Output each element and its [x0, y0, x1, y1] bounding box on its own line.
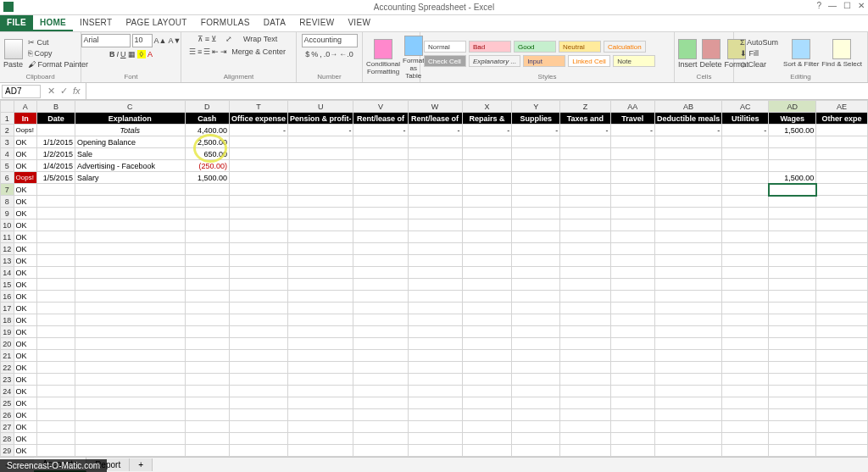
align-left-icon[interactable]: ☰ — [189, 47, 196, 56]
help-icon[interactable]: ? — [816, 1, 821, 10]
row-header-29[interactable]: 29 — [1, 445, 14, 457]
row-header-18[interactable]: 18 — [1, 314, 14, 326]
indent-dec-icon[interactable]: ⇤ — [212, 47, 219, 56]
border-button[interactable]: ▦ — [128, 50, 136, 58]
style-good[interactable]: Good — [514, 41, 556, 53]
insert-cells-button[interactable]: Insert — [678, 39, 698, 69]
conditional-formatting-button[interactable]: Conditional Formatting — [366, 39, 400, 75]
sort-filter-button[interactable]: Sort & Filter — [783, 39, 819, 68]
row-header-19[interactable]: 19 — [1, 326, 14, 338]
wrap-text-button[interactable]: Wrap Text — [241, 34, 280, 44]
col-header-V[interactable]: V — [353, 101, 408, 113]
find-select-button[interactable]: Find & Select — [821, 39, 862, 68]
row-header-4[interactable]: 4 — [1, 148, 14, 160]
underline-button[interactable]: U — [120, 50, 126, 58]
row-header-11[interactable]: 11 — [1, 231, 14, 243]
col-header-A[interactable]: A — [14, 101, 36, 113]
col-header-Z[interactable]: Z — [560, 101, 610, 113]
increase-font-icon[interactable]: A▲ — [154, 36, 167, 45]
tab-page-layout[interactable]: PAGE LAYOUT — [119, 15, 193, 31]
col-header-AA[interactable]: AA — [610, 101, 655, 113]
row-header-21[interactable]: 21 — [1, 350, 14, 362]
col-header-B[interactable]: B — [36, 101, 75, 113]
style-normal[interactable]: Normal — [424, 41, 466, 53]
grid[interactable]: ABCDTUVWXYZAAABACADAE1 InDateExplanation… — [0, 100, 868, 457]
row-header-10[interactable]: 10 — [1, 219, 14, 231]
tab-review[interactable]: REVIEW — [292, 15, 341, 31]
row-header-28[interactable]: 28 — [1, 433, 14, 445]
row-header-22[interactable]: 22 — [1, 362, 14, 374]
style-linked-cell[interactable]: Linked Cell — [568, 55, 610, 67]
col-header-AD[interactable]: AD — [769, 101, 816, 113]
font-color-button[interactable]: A — [147, 50, 153, 58]
fill-button[interactable]: ⬇ Fill — [737, 48, 781, 58]
paste-button[interactable]: Paste — [3, 39, 23, 69]
row-header-15[interactable]: 15 — [1, 279, 14, 291]
align-center-icon[interactable]: ≡ — [198, 47, 202, 56]
col-header-D[interactable]: D — [185, 101, 229, 113]
row-header-23[interactable]: 23 — [1, 374, 14, 386]
cancel-formula-icon[interactable]: ✕ — [47, 86, 55, 97]
formula-bar[interactable] — [86, 83, 868, 99]
decrease-decimal-icon[interactable]: ←.0 — [339, 50, 353, 58]
style-calculation[interactable]: Calculation — [604, 41, 646, 53]
row-header-8[interactable]: 8 — [1, 196, 14, 208]
col-header-C[interactable]: C — [75, 101, 185, 113]
row-header-20[interactable]: 20 — [1, 338, 14, 350]
italic-button[interactable]: I — [117, 50, 120, 58]
style-bad[interactable]: Bad — [469, 41, 511, 53]
align-middle-icon[interactable]: ≡ — [205, 35, 209, 43]
style-explanatory[interactable]: Explanatory ... — [469, 55, 520, 67]
close-button[interactable]: ✕ — [858, 1, 865, 10]
tab-view[interactable]: VIEW — [341, 15, 377, 31]
row-header-14[interactable]: 14 — [1, 267, 14, 279]
currency-icon[interactable]: $ — [305, 50, 309, 58]
sheet-tab-add[interactable]: + — [130, 458, 153, 471]
maximize-button[interactable]: ☐ — [843, 1, 851, 10]
col-header-X[interactable]: X — [462, 101, 512, 113]
table-row[interactable]: 3 OK1/1/2015Opening Balance2,500.00 — [1, 136, 868, 148]
align-right-icon[interactable]: ☰ — [203, 47, 210, 56]
active-cell[interactable] — [769, 184, 816, 196]
spreadsheet-area[interactable]: ABCDTUVWXYZAAABACADAE1 InDateExplanation… — [0, 100, 868, 457]
row-header-17[interactable]: 17 — [1, 303, 14, 314]
clear-button[interactable]: ◇ Clear — [737, 59, 781, 69]
col-header-Y[interactable]: Y — [512, 101, 560, 113]
style-note[interactable]: Note — [613, 55, 655, 67]
tab-file[interactable]: FILE — [0, 15, 33, 31]
row-header-5[interactable]: 5 — [1, 160, 14, 172]
style-input[interactable]: Input — [523, 55, 565, 67]
decrease-font-icon[interactable]: A▼ — [169, 36, 181, 45]
table-row[interactable]: 4 OK1/2/2015Sale650.00 — [1, 148, 868, 160]
row-header-27[interactable]: 27 — [1, 421, 14, 433]
tab-formulas[interactable]: FORMULAS — [194, 15, 257, 31]
orientation-icon[interactable]: ⤢ — [225, 35, 232, 43]
font-size-select[interactable]: 10 — [132, 34, 153, 47]
bold-button[interactable]: B — [109, 50, 115, 58]
tab-home[interactable]: HOME — [33, 15, 73, 31]
col-header-AC[interactable]: AC — [722, 101, 769, 113]
row-header-1[interactable]: 1 — [1, 113, 14, 125]
row-header-16[interactable]: 16 — [1, 291, 14, 303]
row-header-3[interactable]: 3 — [1, 136, 14, 148]
indent-inc-icon[interactable]: ⇥ — [220, 47, 227, 56]
row-header-26[interactable]: 26 — [1, 409, 14, 421]
row-header-2[interactable]: 2 — [1, 125, 14, 136]
table-row[interactable]: 5 OK1/4/2015Advertising - Facebook(250.0… — [1, 160, 868, 172]
col-header-U[interactable]: U — [287, 101, 353, 113]
row-header-7[interactable]: 7 — [1, 184, 14, 196]
col-header-W[interactable]: W — [408, 101, 462, 113]
align-top-icon[interactable]: ⊼ — [198, 35, 203, 43]
minimize-button[interactable]: — — [828, 1, 837, 10]
tab-data[interactable]: DATA — [257, 15, 292, 31]
row-header-9[interactable]: 9 — [1, 208, 14, 219]
percent-icon[interactable]: % — [311, 50, 318, 58]
merge-center-button[interactable]: Merge & Center — [229, 47, 288, 57]
col-header-AE[interactable]: AE — [816, 101, 868, 113]
row-header-12[interactable]: 12 — [1, 243, 14, 255]
fill-color-button[interactable]: ◊ — [137, 50, 146, 58]
row-header-13[interactable]: 13 — [1, 255, 14, 267]
table-row[interactable]: 6 Oops!1/5/2015Salary1,500.001,500.00 — [1, 172, 868, 184]
enter-formula-icon[interactable]: ✓ — [60, 86, 68, 97]
style-check-cell[interactable]: Check Cell — [424, 55, 466, 67]
